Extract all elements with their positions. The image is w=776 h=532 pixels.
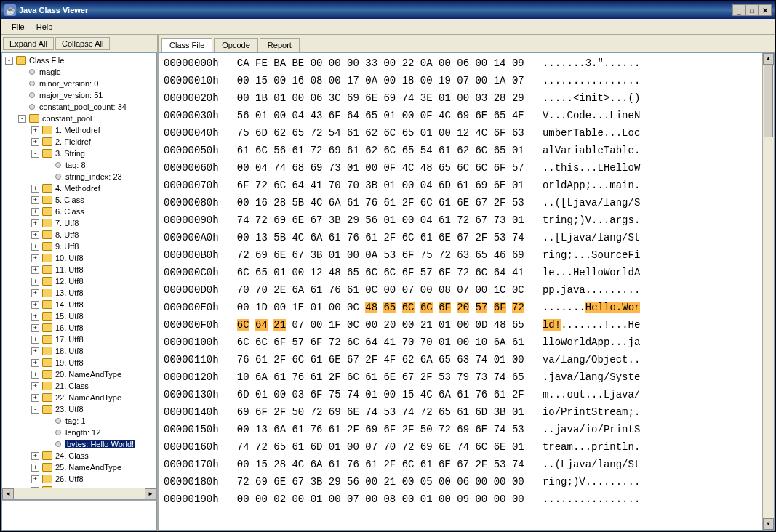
tree-node[interactable]: +22. NameAndType [2, 392, 156, 403]
hex-row: 00000020h 00 1B 01 00 06 3C 69 6E 69 74 … [164, 89, 769, 107]
tree-node[interactable]: +5. Class [2, 194, 156, 206]
tree-node[interactable]: length: 12 [2, 427, 156, 438]
tree-node[interactable]: +11. Utf8 [2, 264, 156, 275]
tree-label: constant_pool_count: 34 [39, 102, 127, 111]
expand-icon[interactable]: + [31, 324, 39, 332]
collapse-icon[interactable]: - [31, 406, 39, 414]
scroll-left-icon[interactable]: ◄ [2, 488, 14, 499]
tree-node[interactable]: +9. Utf8 [2, 241, 156, 252]
expand-all-button[interactable]: Expand All [3, 37, 54, 50]
tree-node[interactable]: +1. Methodref [2, 124, 156, 136]
tree-node[interactable]: -constant_pool [2, 113, 156, 124]
hex-row: 00000010h 00 15 00 16 08 00 17 0A 00 18 … [164, 72, 769, 89]
expand-icon[interactable]: + [31, 301, 39, 309]
tree-node[interactable]: minor_version: 0 [2, 78, 156, 89]
tree-label: minor_version: 0 [39, 79, 98, 88]
class-tree[interactable]: -Class Filemagicminor_version: 0major_ve… [1, 52, 157, 500]
expand-icon[interactable]: + [31, 254, 39, 262]
scroll-right-icon[interactable]: ► [145, 488, 156, 499]
expand-icon[interactable]: + [31, 219, 39, 227]
expand-icon[interactable]: + [31, 347, 39, 355]
tree-node[interactable]: +2. Fieldref [2, 136, 156, 148]
scroll-down-icon[interactable]: ▼ [763, 518, 774, 530]
tree-node[interactable]: tag: 1 [2, 415, 156, 427]
expand-icon[interactable]: + [31, 266, 39, 274]
tree-node[interactable]: magic [2, 66, 156, 78]
folder-icon [42, 300, 52, 309]
expand-icon[interactable]: + [31, 475, 39, 483]
expand-icon[interactable]: + [31, 185, 39, 193]
expand-icon[interactable]: + [31, 208, 39, 216]
collapse-icon[interactable]: - [5, 57, 13, 65]
scroll-thumb[interactable] [764, 65, 773, 137]
tree-node[interactable]: +21. Class [2, 380, 156, 392]
tree-node[interactable]: +24. Class [2, 450, 156, 462]
tree-node[interactable]: +17. Utf8 [2, 334, 156, 345]
expand-icon[interactable]: + [31, 138, 39, 146]
expand-icon[interactable]: + [31, 196, 39, 204]
tree-node[interactable]: major_version: 51 [2, 89, 156, 101]
expand-icon[interactable]: + [31, 243, 39, 251]
expand-icon[interactable]: + [31, 126, 39, 134]
expand-icon[interactable]: + [31, 394, 39, 402]
menu-file[interactable]: File [6, 21, 31, 33]
tree-node[interactable]: +7. Utf8 [2, 217, 156, 229]
tree-node[interactable]: +15. Utf8 [2, 310, 156, 322]
expand-icon[interactable]: + [31, 452, 39, 460]
tree-node[interactable]: +20. NameAndType [2, 368, 156, 380]
tree-node[interactable]: string_index: 23 [2, 171, 156, 182]
expand-icon[interactable]: + [31, 382, 39, 390]
tree-node[interactable]: +13. Utf8 [2, 287, 156, 299]
leaf-icon [55, 441, 61, 447]
tab-report[interactable]: Report [260, 38, 300, 52]
leaf-icon [55, 418, 61, 424]
menu-help[interactable]: Help [31, 21, 59, 33]
tree-node[interactable]: -Class File [2, 55, 156, 66]
collapse-all-button[interactable]: Collapse All [55, 37, 110, 50]
title-bar: ☕ Java Class Viewer _ □ ✕ [1, 1, 775, 19]
minimize-button[interactable]: _ [732, 4, 745, 16]
expand-icon[interactable]: + [31, 313, 39, 321]
folder-icon [42, 277, 52, 286]
tab-classfile[interactable]: Class File [161, 38, 212, 52]
scroll-up-icon[interactable]: ▲ [763, 53, 774, 65]
folder-icon [42, 451, 52, 460]
tree-node[interactable]: +25. NameAndType [2, 462, 156, 473]
hex-row: 00000170h 00 15 28 4C 6A 61 76 61 2F 6C … [164, 456, 769, 473]
expand-icon[interactable]: + [31, 231, 39, 239]
tree-label: 2. Fieldref [55, 137, 91, 146]
tree-node[interactable]: +16. Utf8 [2, 322, 156, 334]
tree-node[interactable]: +6. Class [2, 206, 156, 217]
expand-icon[interactable]: + [31, 278, 39, 286]
expand-icon[interactable]: + [31, 464, 39, 472]
hex-vscroll[interactable]: ▲ ▼ [762, 53, 774, 530]
tree-node[interactable]: +10. Utf8 [2, 252, 156, 264]
expand-icon[interactable]: + [31, 359, 39, 367]
tree-node[interactable]: +14. Utf8 [2, 299, 156, 310]
tree-node[interactable]: -3. String [2, 148, 156, 159]
hex-row: 00000070h 6F 72 6C 64 41 70 70 3B 01 00 … [164, 177, 769, 194]
tree-node[interactable]: constant_pool_count: 34 [2, 101, 156, 113]
maximize-button[interactable]: □ [745, 4, 759, 16]
close-button[interactable]: ✕ [759, 4, 772, 16]
tab-opcode[interactable]: Opcode [214, 38, 258, 52]
expand-icon[interactable]: + [31, 336, 39, 344]
expand-icon[interactable]: + [31, 289, 39, 297]
tree-node[interactable]: bytes: Hello World! [2, 438, 156, 450]
hex-view[interactable]: 00000000h CA FE BA BE 00 00 00 33 00 22 … [159, 52, 775, 531]
tree-node[interactable]: +19. Utf8 [2, 357, 156, 368]
tree-label: 20. NameAndType [55, 370, 121, 379]
tree-node[interactable]: +12. Utf8 [2, 275, 156, 287]
tree-node[interactable]: -23. Utf8 [2, 403, 156, 415]
tree-node[interactable]: tag: 8 [2, 159, 156, 171]
collapse-icon[interactable]: - [18, 115, 26, 123]
tree-node[interactable]: +4. Methodref [2, 182, 156, 194]
tree-hscroll[interactable]: ◄ ► [2, 488, 156, 499]
collapse-icon[interactable]: - [31, 150, 39, 158]
folder-icon [42, 126, 52, 134]
tree-node[interactable]: +8. Utf8 [2, 229, 156, 241]
tree-node[interactable]: +26. Utf8 [2, 473, 156, 485]
app-icon: ☕ [4, 4, 16, 16]
tree-node[interactable]: +18. Utf8 [2, 345, 156, 357]
expand-icon[interactable]: + [31, 371, 39, 379]
